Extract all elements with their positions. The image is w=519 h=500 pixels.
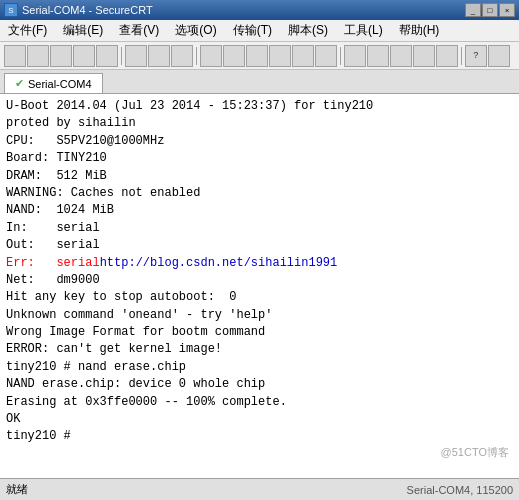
terminal-line: Hit any key to stop autoboot: 0 [6, 289, 513, 306]
terminal-line: Wrong Image Format for bootm command [6, 324, 513, 341]
terminal-line: Err: serialhttp://blog.csdn.net/sihailin… [6, 255, 513, 272]
menu-bar: 文件(F)编辑(E)查看(V)选项(O)传输(T)脚本(S)工具(L)帮助(H) [0, 20, 519, 42]
menu-item[interactable]: 传输(T) [225, 20, 280, 41]
serial-com4-tab[interactable]: ✔ Serial-COM4 [4, 73, 103, 93]
terminal-line: Out: serial [6, 237, 513, 254]
status-right: Serial-COM4, 115200 [407, 484, 513, 496]
terminal-line: Erasing at 0x3ffe0000 -- 100% complete. [6, 394, 513, 411]
url-text: http://blog.csdn.net/sihailin1991 [100, 256, 338, 270]
toolbar-button[interactable] [4, 45, 26, 67]
toolbar-button[interactable] [50, 45, 72, 67]
terminal-line: NAND erase.chip: device 0 whole chip [6, 376, 513, 393]
toolbar-button[interactable] [96, 45, 118, 67]
tab-label: Serial-COM4 [28, 78, 92, 90]
watermark: @51CTO博客 [441, 445, 509, 460]
status-bar: 就绪 Serial-COM4, 115200 [0, 478, 519, 500]
menu-item[interactable]: 查看(V) [111, 20, 167, 41]
terminal-line: OK [6, 411, 513, 428]
toolbar-button[interactable] [200, 45, 222, 67]
terminal-line: tiny210 # nand erase.chip [6, 359, 513, 376]
menu-item[interactable]: 工具(L) [336, 20, 391, 41]
terminal-line: WARNING: Caches not enabled [6, 185, 513, 202]
toolbar-button[interactable]: ? [465, 45, 487, 67]
toolbar-button[interactable] [315, 45, 337, 67]
toolbar-button[interactable] [73, 45, 95, 67]
terminal-line: proted by sihailin [6, 115, 513, 132]
title-bar: S Serial-COM4 - SecureCRT _ □ × [0, 0, 519, 20]
toolbar-separator [340, 47, 341, 65]
toolbar-button[interactable] [344, 45, 366, 67]
terminal-content: U-Boot 2014.04 (Jul 23 2014 - 15:23:37) … [6, 98, 513, 446]
terminal-line: ERROR: can't get kernel image! [6, 341, 513, 358]
toolbar-button[interactable] [413, 45, 435, 67]
toolbar-button[interactable] [27, 45, 49, 67]
status-left: 就绪 [6, 482, 28, 497]
toolbar-button[interactable] [488, 45, 510, 67]
toolbar-button[interactable] [223, 45, 245, 67]
terminal-line: Board: TINY210 [6, 150, 513, 167]
minimize-button[interactable]: _ [465, 3, 481, 17]
app-icon: S [4, 3, 18, 17]
terminal-line: U-Boot 2014.04 (Jul 23 2014 - 15:23:37) … [6, 98, 513, 115]
toolbar-button[interactable] [390, 45, 412, 67]
toolbar-button[interactable] [367, 45, 389, 67]
menu-item[interactable]: 帮助(H) [391, 20, 448, 41]
error-text: Err: serial [6, 256, 100, 270]
terminal-line: tiny210 # [6, 428, 513, 445]
toolbar-button[interactable] [171, 45, 193, 67]
terminal-line: CPU: S5PV210@1000MHz [6, 133, 513, 150]
toolbar-separator [196, 47, 197, 65]
toolbar-button[interactable] [269, 45, 291, 67]
toolbar-separator [461, 47, 462, 65]
terminal-line: DRAM: 512 MiB [6, 168, 513, 185]
toolbar-button[interactable] [148, 45, 170, 67]
menu-item[interactable]: 选项(O) [167, 20, 224, 41]
terminal-area[interactable]: U-Boot 2014.04 (Jul 23 2014 - 15:23:37) … [0, 94, 519, 478]
close-button[interactable]: × [499, 3, 515, 17]
toolbar-separator [121, 47, 122, 65]
window-title: Serial-COM4 - SecureCRT [22, 4, 465, 16]
terminal-line: NAND: 1024 MiB [6, 202, 513, 219]
menu-item[interactable]: 文件(F) [0, 20, 55, 41]
terminal-line: Net: dm9000 [6, 272, 513, 289]
maximize-button[interactable]: □ [482, 3, 498, 17]
tab-bar: ✔ Serial-COM4 [0, 70, 519, 94]
terminal-line: In: serial [6, 220, 513, 237]
toolbar-button[interactable] [436, 45, 458, 67]
menu-item[interactable]: 编辑(E) [55, 20, 111, 41]
toolbar-button[interactable] [292, 45, 314, 67]
terminal-line: Unknown command 'oneand' - try 'help' [6, 307, 513, 324]
menu-item[interactable]: 脚本(S) [280, 20, 336, 41]
toolbar-button[interactable] [125, 45, 147, 67]
tab-checkmark: ✔ [15, 77, 24, 90]
toolbar-button[interactable] [246, 45, 268, 67]
toolbar: ? [0, 42, 519, 70]
